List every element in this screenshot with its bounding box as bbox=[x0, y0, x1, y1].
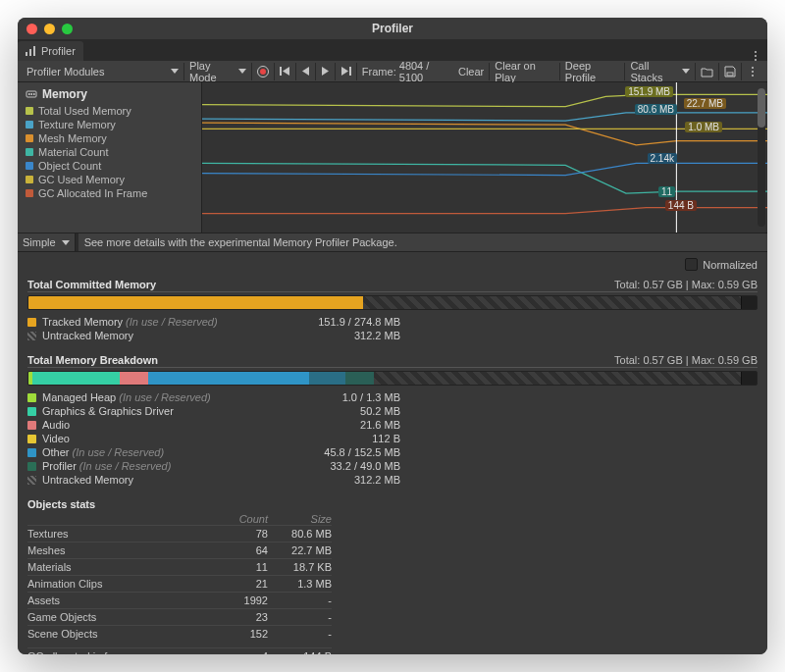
record-button[interactable] bbox=[252, 63, 275, 80]
svg-rect-2 bbox=[33, 46, 35, 56]
memory-row: Other(In use / Reserved)45.8 / 152.5 MB bbox=[27, 445, 400, 459]
row-swatch bbox=[27, 435, 36, 443]
row-swatch bbox=[27, 393, 36, 402]
svg-rect-9 bbox=[727, 73, 733, 76]
play-mode-dropdown[interactable]: Play Mode bbox=[184, 63, 252, 80]
legend-label: GC Used Memory bbox=[38, 174, 125, 185]
memory-row: Video112 B bbox=[27, 432, 400, 445]
detail-mode-dropdown[interactable]: Simple bbox=[18, 233, 76, 251]
folder-open-icon bbox=[701, 66, 713, 78]
legend-swatch bbox=[26, 189, 33, 197]
call-stacks-dropdown[interactable]: Call Stacks bbox=[625, 63, 696, 80]
memory-timeline-chart[interactable]: 151.9 MB22.7 MB80.6 MB1.0 MB2.14k11144 B bbox=[202, 82, 767, 233]
deep-profile-button[interactable]: Deep Profile bbox=[560, 63, 626, 80]
svg-rect-0 bbox=[26, 52, 27, 56]
chart-value-label: 2.14k bbox=[648, 153, 677, 164]
clear-button[interactable]: Clear bbox=[453, 63, 490, 80]
memory-row: Managed Heap(In use / Reserved)1.0 / 1.3… bbox=[27, 390, 400, 404]
scrollbar-thumb[interactable] bbox=[758, 88, 765, 128]
window-title: Profiler bbox=[18, 22, 767, 35]
legend-item[interactable]: Texture Memory bbox=[26, 118, 193, 131]
titlebar: Profiler bbox=[18, 18, 767, 39]
chart-value-label: 11 bbox=[658, 186, 675, 197]
chevron-down-icon bbox=[238, 69, 246, 74]
committed-bar-remaining bbox=[741, 296, 757, 309]
chart-value-label: 144 B bbox=[665, 200, 697, 211]
legend-swatch bbox=[26, 121, 33, 129]
legend-item[interactable]: GC Allocated In Frame bbox=[26, 186, 193, 200]
profiler-modules-dropdown[interactable]: Profiler Modules bbox=[22, 63, 184, 80]
skip-forward-icon bbox=[340, 66, 351, 77]
col-count: Count bbox=[214, 513, 268, 525]
prev-frame-button[interactable] bbox=[296, 63, 316, 80]
tab-profiler[interactable]: Profiler bbox=[18, 41, 83, 61]
chart-value-label: 151.9 MB bbox=[625, 86, 673, 97]
legend-swatch bbox=[26, 162, 33, 170]
object-stat-row: Animation Clips211.3 MB bbox=[27, 575, 332, 592]
save-button[interactable] bbox=[719, 63, 742, 80]
object-stat-row: Meshes6422.7 MB bbox=[27, 542, 332, 558]
svg-marker-6 bbox=[322, 67, 329, 76]
memory-package-hint: See more details with the experimental M… bbox=[78, 236, 403, 248]
row-swatch bbox=[27, 476, 36, 485]
profiler-window: Profiler Profiler Profiler Modules Play … bbox=[18, 18, 767, 654]
legend-item[interactable]: Material Count bbox=[26, 145, 193, 159]
breakdown-title: Total Memory Breakdown bbox=[27, 354, 158, 366]
first-frame-button[interactable] bbox=[275, 63, 296, 80]
row-swatch bbox=[27, 407, 36, 416]
object-stat-row: Assets1992- bbox=[27, 592, 332, 608]
legend-label: Object Count bbox=[38, 160, 101, 172]
next-frame-button[interactable] bbox=[316, 63, 336, 80]
memory-row: Graphics & Graphics Driver50.2 MB bbox=[27, 404, 400, 418]
step-forward-icon bbox=[321, 66, 330, 77]
legend-item[interactable]: GC Used Memory bbox=[26, 173, 193, 186]
normalized-label: Normalized bbox=[703, 259, 758, 271]
row-swatch bbox=[27, 448, 36, 457]
chart-value-label: 80.6 MB bbox=[635, 104, 677, 115]
toolbar-menu[interactable] bbox=[742, 63, 763, 80]
tab-strip: Profiler bbox=[18, 39, 767, 61]
step-back-icon bbox=[301, 66, 310, 77]
save-icon bbox=[724, 66, 736, 78]
chevron-down-icon bbox=[682, 69, 690, 74]
kebab-icon bbox=[747, 67, 759, 77]
legend-swatch bbox=[26, 176, 33, 183]
svg-rect-12 bbox=[31, 93, 33, 95]
legend-label: Total Used Memory bbox=[38, 105, 131, 117]
details-pane: Normalized Total Committed Memory Total:… bbox=[18, 252, 767, 654]
object-stat-row: Game Objects23- bbox=[27, 608, 332, 625]
committed-bar-tracked bbox=[28, 296, 363, 309]
chart-scrollbar[interactable] bbox=[758, 88, 765, 227]
last-frame-button[interactable] bbox=[336, 63, 357, 80]
legend-item[interactable]: Mesh Memory bbox=[26, 131, 193, 145]
legend-label: Material Count bbox=[38, 146, 109, 158]
committed-header: Total Committed Memory Total: 0.57 GB | … bbox=[27, 279, 758, 292]
object-stat-row: Materials1118.7 KB bbox=[27, 558, 332, 575]
row-swatch bbox=[27, 318, 36, 327]
object-stat-row: Scene Objects152- bbox=[27, 625, 332, 642]
frame-indicator: Frame: 4804 / 5100 bbox=[357, 63, 453, 80]
load-button[interactable] bbox=[696, 63, 719, 80]
memory-row: Tracked Memory(In use / Reserved)151.9 /… bbox=[27, 315, 400, 329]
normalized-checkbox[interactable] bbox=[685, 258, 698, 271]
chart-value-label: 22.7 MB bbox=[684, 98, 726, 109]
memory-icon bbox=[26, 88, 37, 100]
row-swatch bbox=[27, 332, 36, 340]
profiler-icon bbox=[24, 44, 37, 58]
clear-on-play-button[interactable]: Clear on Play bbox=[490, 63, 560, 80]
committed-bar-untracked bbox=[363, 296, 741, 309]
row-swatch bbox=[27, 462, 36, 471]
svg-marker-4 bbox=[283, 67, 289, 76]
tab-label: Profiler bbox=[41, 45, 76, 57]
legend-label: Texture Memory bbox=[38, 119, 116, 130]
svg-marker-7 bbox=[341, 67, 348, 76]
breakdown-segment bbox=[345, 372, 375, 385]
breakdown-segment bbox=[32, 372, 120, 385]
legend-item[interactable]: Object Count bbox=[26, 159, 193, 173]
memory-row: Audio21.6 MB bbox=[27, 418, 400, 432]
breakdown-untracked bbox=[374, 372, 741, 385]
tab-menu-icon[interactable] bbox=[750, 51, 761, 61]
breakdown-remaining bbox=[741, 372, 757, 385]
chart-legend: Memory Total Used MemoryTexture MemoryMe… bbox=[18, 82, 202, 233]
legend-item[interactable]: Total Used Memory bbox=[26, 104, 193, 118]
